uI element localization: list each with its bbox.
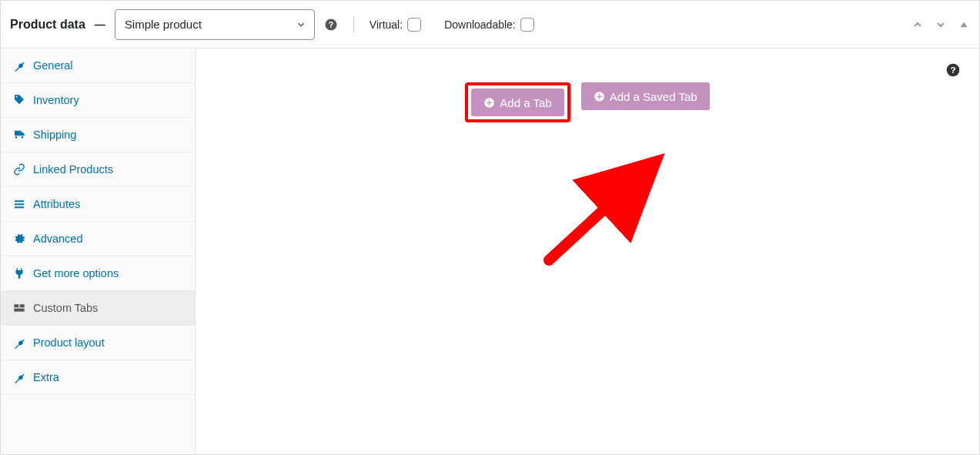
sidebar-item-inventory[interactable]: Inventory (1, 83, 195, 118)
truck-icon (13, 129, 25, 141)
svg-rect-16 (596, 95, 602, 96)
svg-text:?: ? (950, 65, 955, 75)
sidebar-item-custom-tabs[interactable]: Custom Tabs (1, 291, 195, 326)
sidebar-item-label: Custom Tabs (33, 302, 98, 314)
panel-body: General Inventory Shipping Linked Produc… (1, 49, 979, 454)
sidebar-item-label: Advanced (33, 233, 83, 245)
sidebar-item-label: Product layout (33, 336, 105, 349)
plus-circle-icon (594, 91, 605, 102)
svg-rect-8 (14, 309, 24, 312)
svg-rect-4 (15, 203, 24, 205)
tag-icon (13, 94, 25, 106)
svg-text:?: ? (329, 19, 333, 28)
sidebar-item-label: Get more options (33, 267, 119, 279)
gear-icon (13, 233, 25, 245)
sidebar-item-label: Attributes (33, 198, 80, 210)
button-row: Add a Tab Add a Saved Tab (211, 82, 964, 122)
svg-rect-5 (15, 206, 24, 208)
product-type-select[interactable]: Simple product (115, 9, 315, 40)
virtual-checkbox[interactable] (407, 18, 421, 32)
content-area: ? Add a Tab Add a Saved Tab (196, 49, 979, 454)
sidebar-item-product-layout[interactable]: Product layout (1, 326, 195, 360)
svg-rect-6 (14, 304, 18, 307)
sidebar-item-general[interactable]: General (1, 49, 195, 83)
panel-toggle-controls (911, 18, 970, 31)
button-label: Add a Saved Tab (610, 90, 697, 103)
tabs-icon (13, 302, 25, 314)
wrench-icon (13, 371, 25, 383)
separator (353, 17, 354, 32)
sidebar-item-label: Extra (33, 371, 59, 383)
sidebar-item-label: Shipping (33, 129, 76, 141)
move-up-icon[interactable] (911, 18, 924, 31)
sidebar-item-linked-products[interactable]: Linked Products (1, 152, 195, 187)
help-icon[interactable]: ? (945, 62, 961, 78)
sidebar-item-shipping[interactable]: Shipping (1, 118, 195, 152)
move-down-icon[interactable] (935, 18, 947, 31)
plus-circle-icon (483, 97, 495, 109)
link-icon (13, 163, 25, 176)
list-icon (13, 198, 25, 210)
svg-line-18 (549, 168, 649, 260)
sidebar-item-extra[interactable]: Extra (1, 360, 195, 395)
chevron-down-icon (296, 19, 306, 30)
button-label: Add a Tab (500, 96, 551, 109)
collapse-toggle-icon[interactable] (958, 18, 970, 31)
svg-rect-13 (487, 102, 493, 102)
sidebar-item-label: Linked Products (33, 163, 113, 176)
wrench-icon (13, 59, 25, 72)
wrench-icon (13, 336, 25, 349)
sidebar-item-label: Inventory (33, 94, 79, 106)
title-dash: — (95, 18, 105, 31)
annotation-arrow (533, 152, 687, 283)
downloadable-label: Downloadable: (444, 18, 516, 31)
sidebar: General Inventory Shipping Linked Produc… (1, 49, 196, 454)
svg-rect-3 (15, 200, 24, 202)
panel-header: Product data — Simple product ? Virtual:… (1, 1, 979, 49)
downloadable-checkbox-wrap: Downloadable: (444, 18, 534, 32)
plug-icon (13, 267, 25, 279)
panel-title: Product data (10, 18, 85, 32)
sidebar-item-get-more-options[interactable]: Get more options (1, 256, 195, 291)
sidebar-item-attributes[interactable]: Attributes (1, 187, 195, 222)
virtual-checkbox-wrap: Virtual: (370, 18, 421, 32)
sidebar-item-label: General (33, 59, 73, 72)
svg-rect-7 (20, 304, 25, 307)
add-tab-button[interactable]: Add a Tab (471, 89, 564, 116)
annotation-highlight-box: Add a Tab (465, 82, 570, 122)
virtual-label: Virtual: (370, 18, 403, 31)
add-saved-tab-button[interactable]: Add a Saved Tab (581, 82, 710, 110)
product-data-panel: Product data — Simple product ? Virtual:… (0, 0, 980, 455)
product-type-selected-value: Simple product (125, 18, 202, 31)
sidebar-item-advanced[interactable]: Advanced (1, 222, 195, 256)
svg-marker-2 (960, 22, 967, 27)
downloadable-checkbox[interactable] (520, 18, 534, 32)
help-icon[interactable]: ? (324, 18, 338, 32)
